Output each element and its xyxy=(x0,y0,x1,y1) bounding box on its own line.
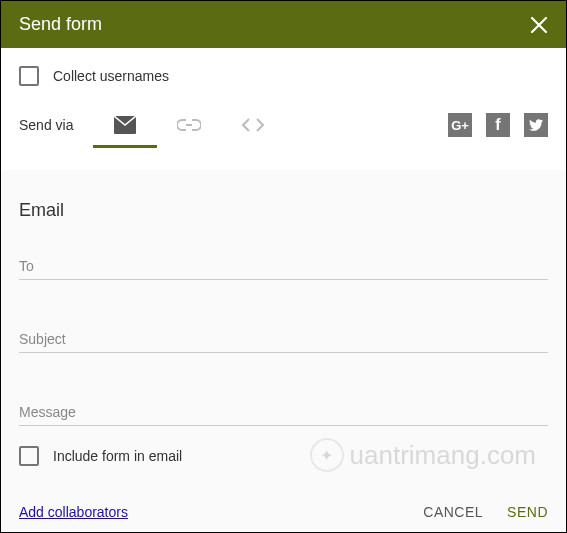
include-form-label: Include form in email xyxy=(53,448,182,464)
send-via-row: Send via G+ f xyxy=(19,104,548,146)
facebook-icon[interactable]: f xyxy=(486,113,510,137)
subject-field[interactable]: Subject xyxy=(19,330,548,353)
close-icon[interactable] xyxy=(530,16,548,34)
collect-usernames-row: Collect usernames xyxy=(19,66,548,86)
dialog-header: Send form xyxy=(1,1,566,48)
email-panel: Email To Subject Message Include form in… xyxy=(1,170,566,533)
send-button[interactable]: SEND xyxy=(507,504,548,520)
message-label: Message xyxy=(19,404,76,420)
embed-icon xyxy=(241,118,265,132)
social-share: G+ f xyxy=(448,113,548,137)
include-form-checkbox[interactable] xyxy=(19,446,39,466)
link-icon xyxy=(177,119,201,131)
panel-title: Email xyxy=(19,200,548,221)
gplus-icon[interactable]: G+ xyxy=(448,113,472,137)
collect-usernames-label: Collect usernames xyxy=(53,68,169,84)
dialog-top: Collect usernames Send via G+ f xyxy=(1,48,566,170)
email-icon xyxy=(114,116,136,134)
dialog-title: Send form xyxy=(19,14,102,35)
send-via-tabs xyxy=(93,104,285,146)
collect-usernames-checkbox[interactable] xyxy=(19,66,39,86)
add-collaborators-link[interactable]: Add collaborators xyxy=(19,504,128,520)
tab-embed[interactable] xyxy=(221,106,285,144)
tab-link[interactable] xyxy=(157,107,221,143)
cancel-button[interactable]: CANCEL xyxy=(423,504,483,520)
dialog-actions: CANCEL SEND xyxy=(423,504,548,520)
send-via-label: Send via xyxy=(19,117,73,133)
to-field[interactable]: To xyxy=(19,257,548,280)
include-form-row: Include form in email xyxy=(19,446,548,466)
message-field[interactable]: Message xyxy=(19,403,548,426)
subject-label: Subject xyxy=(19,331,66,347)
twitter-icon[interactable] xyxy=(524,113,548,137)
bottom-row: Add collaborators CANCEL SEND xyxy=(19,504,548,533)
tab-email[interactable] xyxy=(93,104,157,146)
to-label: To xyxy=(19,258,34,274)
